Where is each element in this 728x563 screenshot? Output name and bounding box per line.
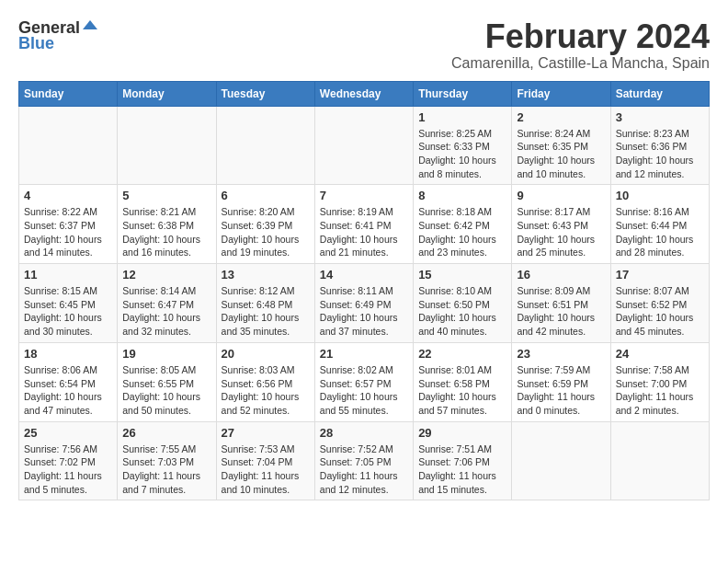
day-number: 23	[517, 347, 605, 361]
day-info: Sunrise: 8:01 AMSunset: 6:58 PMDaylight:…	[418, 363, 506, 418]
day-info: Sunrise: 7:59 AMSunset: 6:59 PMDaylight:…	[517, 363, 605, 418]
calendar-week-row: 4Sunrise: 8:22 AMSunset: 6:37 PMDaylight…	[19, 185, 710, 264]
day-number: 6	[222, 189, 310, 202]
day-info: Sunrise: 8:25 AMSunset: 6:33 PMDaylight:…	[418, 127, 506, 181]
calendar-cell: 1Sunrise: 8:25 AMSunset: 6:33 PMDaylight…	[414, 106, 512, 185]
day-info: Sunrise: 7:52 AMSunset: 7:05 PMDaylight:…	[320, 442, 408, 497]
calendar-cell: 22Sunrise: 8:01 AMSunset: 6:58 PMDayligh…	[414, 342, 512, 421]
day-number: 8	[418, 189, 506, 202]
day-number: 11	[24, 268, 112, 282]
calendar-cell: 20Sunrise: 8:03 AMSunset: 6:56 PMDayligh…	[216, 342, 314, 421]
day-number: 16	[517, 268, 605, 282]
day-info: Sunrise: 8:17 AMSunset: 6:43 PMDaylight:…	[517, 205, 605, 259]
day-info: Sunrise: 8:18 AMSunset: 6:42 PMDaylight:…	[418, 205, 506, 259]
calendar-cell: 25Sunrise: 7:56 AMSunset: 7:02 PMDayligh…	[19, 421, 118, 500]
month-title: February 2024	[451, 18, 710, 55]
calendar-cell	[118, 106, 216, 185]
header: General Blue February 2024 Camarenilla, …	[18, 18, 710, 72]
calendar-table: SundayMondayTuesdayWednesdayThursdayFrid…	[18, 81, 710, 501]
day-info: Sunrise: 8:06 AMSunset: 6:54 PMDaylight:…	[24, 363, 112, 418]
day-info: Sunrise: 8:15 AMSunset: 6:45 PMDaylight:…	[24, 284, 112, 339]
logo-icon	[81, 18, 99, 37]
day-number: 15	[418, 268, 506, 282]
day-info: Sunrise: 7:56 AMSunset: 7:02 PMDaylight:…	[24, 442, 112, 497]
title-section: February 2024 Camarenilla, Castille-La M…	[451, 18, 710, 72]
day-info: Sunrise: 8:03 AMSunset: 6:56 PMDaylight:…	[222, 363, 310, 418]
column-header-thursday: Thursday	[414, 81, 512, 106]
day-info: Sunrise: 8:16 AMSunset: 6:44 PMDaylight:…	[616, 205, 704, 259]
calendar-cell: 27Sunrise: 7:53 AMSunset: 7:04 PMDayligh…	[216, 421, 314, 500]
column-header-friday: Friday	[512, 81, 610, 106]
calendar-cell: 18Sunrise: 8:06 AMSunset: 6:54 PMDayligh…	[19, 342, 118, 421]
calendar-cell: 3Sunrise: 8:23 AMSunset: 6:36 PMDaylight…	[610, 106, 709, 185]
day-info: Sunrise: 8:23 AMSunset: 6:36 PMDaylight:…	[616, 127, 704, 181]
logo-blue-text: Blue	[18, 34, 54, 53]
day-number: 14	[320, 268, 408, 282]
day-number: 19	[122, 347, 210, 361]
column-header-tuesday: Tuesday	[216, 81, 314, 106]
calendar-cell: 9Sunrise: 8:17 AMSunset: 6:43 PMDaylight…	[512, 185, 610, 264]
calendar-cell: 10Sunrise: 8:16 AMSunset: 6:44 PMDayligh…	[610, 185, 709, 264]
column-header-sunday: Sunday	[19, 81, 118, 106]
day-info: Sunrise: 8:21 AMSunset: 6:38 PMDaylight:…	[122, 205, 210, 259]
calendar-week-row: 18Sunrise: 8:06 AMSunset: 6:54 PMDayligh…	[19, 342, 710, 421]
calendar-cell: 14Sunrise: 8:11 AMSunset: 6:49 PMDayligh…	[314, 264, 413, 343]
day-info: Sunrise: 7:53 AMSunset: 7:04 PMDaylight:…	[222, 442, 310, 497]
day-info: Sunrise: 8:22 AMSunset: 6:37 PMDaylight:…	[24, 205, 112, 259]
day-number: 24	[616, 347, 704, 361]
calendar-cell: 17Sunrise: 8:07 AMSunset: 6:52 PMDayligh…	[610, 264, 709, 343]
calendar-cell: 16Sunrise: 8:09 AMSunset: 6:51 PMDayligh…	[512, 264, 610, 343]
column-header-wednesday: Wednesday	[314, 81, 413, 106]
day-number: 5	[122, 189, 210, 202]
day-number: 9	[517, 189, 605, 202]
day-number: 4	[24, 189, 112, 202]
day-number: 1	[418, 110, 506, 124]
day-number: 22	[418, 347, 506, 361]
day-info: Sunrise: 8:14 AMSunset: 6:47 PMDaylight:…	[122, 284, 210, 339]
day-number: 20	[222, 347, 310, 361]
calendar-cell: 12Sunrise: 8:14 AMSunset: 6:47 PMDayligh…	[118, 264, 216, 343]
day-number: 10	[616, 189, 704, 202]
calendar-header-row: SundayMondayTuesdayWednesdayThursdayFrid…	[19, 81, 710, 106]
calendar-cell: 19Sunrise: 8:05 AMSunset: 6:55 PMDayligh…	[118, 342, 216, 421]
day-info: Sunrise: 8:11 AMSunset: 6:49 PMDaylight:…	[320, 284, 408, 339]
day-number: 26	[122, 426, 210, 440]
day-info: Sunrise: 8:07 AMSunset: 6:52 PMDaylight:…	[616, 284, 704, 339]
day-info: Sunrise: 8:24 AMSunset: 6:35 PMDaylight:…	[517, 127, 605, 181]
day-info: Sunrise: 8:20 AMSunset: 6:39 PMDaylight:…	[222, 205, 310, 259]
logo: General Blue	[18, 18, 99, 53]
calendar-cell: 29Sunrise: 7:51 AMSunset: 7:06 PMDayligh…	[414, 421, 512, 500]
day-number: 17	[616, 268, 704, 282]
calendar-cell: 28Sunrise: 7:52 AMSunset: 7:05 PMDayligh…	[314, 421, 413, 500]
svg-marker-0	[83, 20, 97, 29]
calendar-cell: 8Sunrise: 8:18 AMSunset: 6:42 PMDaylight…	[414, 185, 512, 264]
day-number: 29	[418, 426, 506, 440]
day-number: 18	[24, 347, 112, 361]
calendar-cell: 23Sunrise: 7:59 AMSunset: 6:59 PMDayligh…	[512, 342, 610, 421]
calendar-week-row: 1Sunrise: 8:25 AMSunset: 6:33 PMDaylight…	[19, 106, 710, 185]
calendar-cell: 7Sunrise: 8:19 AMSunset: 6:41 PMDaylight…	[314, 185, 413, 264]
day-number: 3	[616, 110, 704, 124]
day-number: 13	[222, 268, 310, 282]
location-title: Camarenilla, Castille-La Mancha, Spain	[451, 55, 710, 72]
calendar-cell: 11Sunrise: 8:15 AMSunset: 6:45 PMDayligh…	[19, 264, 118, 343]
calendar-cell: 15Sunrise: 8:10 AMSunset: 6:50 PMDayligh…	[414, 264, 512, 343]
calendar-cell	[610, 421, 709, 500]
day-info: Sunrise: 7:51 AMSunset: 7:06 PMDaylight:…	[418, 442, 506, 497]
day-info: Sunrise: 8:09 AMSunset: 6:51 PMDaylight:…	[517, 284, 605, 339]
calendar-cell: 24Sunrise: 7:58 AMSunset: 7:00 PMDayligh…	[610, 342, 709, 421]
day-info: Sunrise: 8:19 AMSunset: 6:41 PMDaylight:…	[320, 205, 408, 259]
calendar-week-row: 25Sunrise: 7:56 AMSunset: 7:02 PMDayligh…	[19, 421, 710, 500]
day-info: Sunrise: 8:10 AMSunset: 6:50 PMDaylight:…	[418, 284, 506, 339]
day-number: 12	[122, 268, 210, 282]
calendar-cell	[512, 421, 610, 500]
calendar-cell: 2Sunrise: 8:24 AMSunset: 6:35 PMDaylight…	[512, 106, 610, 185]
day-info: Sunrise: 7:55 AMSunset: 7:03 PMDaylight:…	[122, 442, 210, 497]
calendar-cell	[314, 106, 413, 185]
day-info: Sunrise: 8:02 AMSunset: 6:57 PMDaylight:…	[320, 363, 408, 418]
calendar-cell: 6Sunrise: 8:20 AMSunset: 6:39 PMDaylight…	[216, 185, 314, 264]
calendar-week-row: 11Sunrise: 8:15 AMSunset: 6:45 PMDayligh…	[19, 264, 710, 343]
calendar-cell: 13Sunrise: 8:12 AMSunset: 6:48 PMDayligh…	[216, 264, 314, 343]
calendar-cell: 21Sunrise: 8:02 AMSunset: 6:57 PMDayligh…	[314, 342, 413, 421]
day-number: 7	[320, 189, 408, 202]
